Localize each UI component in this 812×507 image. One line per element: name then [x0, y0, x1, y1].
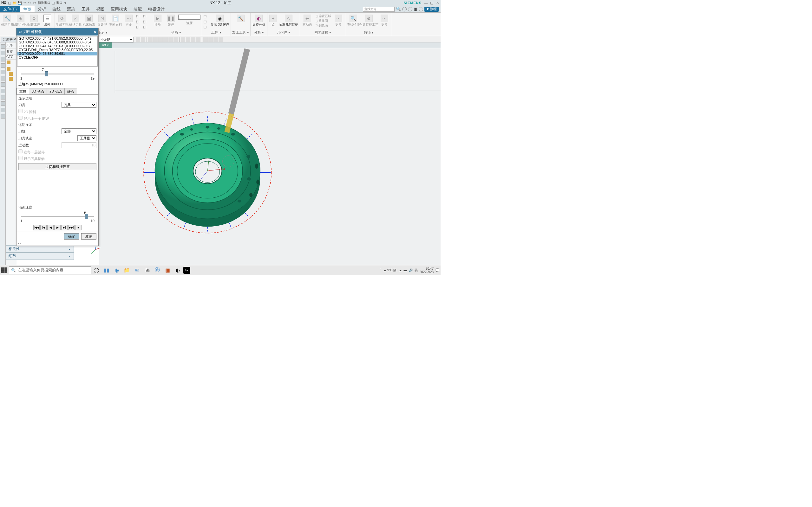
- tree-node-icon-3[interactable]: [9, 72, 13, 76]
- slider2-track[interactable]: [21, 216, 94, 217]
- grid-icon[interactable]: ▦: [414, 7, 417, 11]
- more-circle-icon[interactable]: [419, 7, 423, 11]
- tb2-icon-10[interactable]: [186, 38, 190, 42]
- small-icon-6[interactable]: ⬚: [143, 25, 149, 29]
- trace-select[interactable]: 工具提示: [78, 135, 96, 141]
- verify-toolpath-button[interactable]: ✓确认刀轨: [69, 13, 82, 26]
- properties-button[interactable]: ☰属性: [41, 13, 53, 26]
- play-button[interactable]: ▶播放: [152, 13, 164, 26]
- tray-chevron-up-icon[interactable]: ˄: [380, 268, 381, 272]
- move-face-button[interactable]: ⬌移动面: [301, 13, 313, 26]
- subtab-replay[interactable]: 重播: [16, 88, 29, 95]
- resource-icon-9[interactable]: [1, 95, 5, 100]
- create-operation-button[interactable]: ⚙创建工序: [28, 13, 40, 26]
- weather-widget[interactable]: ☁ 9°C 阴: [383, 268, 397, 273]
- ipw-icon-1[interactable]: ⬚: [203, 14, 209, 19]
- tree-node-icon-2[interactable]: [7, 67, 10, 71]
- taskbar-app-mail[interactable]: ✉: [133, 266, 142, 275]
- tb2-icon-15[interactable]: [213, 38, 218, 42]
- gcode-listbox[interactable]: GOTO/20.000,-34.421,60.952,0.0000000,-0.…: [17, 36, 98, 66]
- more-sync-button[interactable]: ⋯更多: [333, 13, 345, 26]
- tutorial-button[interactable]: ▶教程: [424, 7, 439, 12]
- slider1-track[interactable]: [21, 73, 94, 74]
- forward-end-button[interactable]: ▶▶|: [68, 225, 74, 230]
- generate-toolpath-button[interactable]: ⟳生成刀轨: [56, 13, 68, 26]
- qat-redo-icon[interactable]: ↷: [28, 1, 32, 5]
- tb2-icon-11[interactable]: [191, 38, 195, 42]
- tab-view[interactable]: 视图: [93, 6, 107, 12]
- tb2-icon-13[interactable]: [203, 38, 208, 42]
- resource-icon-6[interactable]: [1, 76, 5, 80]
- gcode-line[interactable]: GOTO/20.000,-37.845,58.888,0.0000000,-0.…: [17, 40, 97, 44]
- dialog-resize-handle[interactable]: ▴▾: [16, 241, 98, 245]
- rewind-start-button[interactable]: |◀◀: [33, 225, 40, 230]
- resource-icon-3[interactable]: [1, 57, 5, 61]
- small-icon-4[interactable]: ⬚: [143, 14, 149, 19]
- tab-tools[interactable]: 工具: [78, 6, 93, 12]
- nav-row-geo[interactable]: GEO: [6, 55, 17, 60]
- taskbar-app-office[interactable]: ▣: [163, 266, 172, 275]
- tb2-icon-9[interactable]: [181, 38, 185, 42]
- search-icon[interactable]: 🔍: [396, 7, 401, 11]
- tb2-icon-4[interactable]: [153, 38, 158, 42]
- tb2-icon-8[interactable]: [173, 38, 178, 42]
- qat-save-icon[interactable]: 💾: [17, 1, 22, 5]
- draft-analysis-button[interactable]: ◐拔模分析: [252, 13, 266, 26]
- accordion-details[interactable]: 细节⌄: [6, 252, 74, 260]
- gcode-line-selected[interactable]: GOTO/20.000,-28.830,39.681: [17, 52, 97, 55]
- dialog-titlebar[interactable]: ⚙ 刀轨可视化 ✕: [16, 28, 98, 36]
- more-display-button[interactable]: ⋯更多: [123, 13, 135, 26]
- assembly-select[interactable]: 个装配: [99, 37, 134, 43]
- small-icon-2[interactable]: ⬚: [136, 20, 142, 24]
- speed-input[interactable]: [178, 14, 200, 20]
- resource-icon-7[interactable]: [1, 82, 5, 87]
- tab-render[interactable]: 渲染: [64, 6, 78, 12]
- extract-geometry-button[interactable]: ◇抽取几何特征: [279, 13, 299, 26]
- tree-node-icon[interactable]: [7, 60, 10, 64]
- tb2-icon-6[interactable]: [163, 38, 168, 42]
- 3d-viewport[interactable]: XM: [99, 48, 441, 265]
- small-icon-5[interactable]: ⬚: [143, 20, 149, 24]
- tab-file[interactable]: 文件(F): [0, 6, 20, 12]
- tb2-icon-14[interactable]: [208, 38, 213, 42]
- tab-analysis[interactable]: 分析: [35, 6, 49, 12]
- tb2-icon-2[interactable]: [141, 38, 145, 42]
- document-tab[interactable]: ort ×: [99, 43, 112, 48]
- tb2-icon-12[interactable]: [196, 38, 200, 42]
- qat-open-icon[interactable]: 📂: [12, 1, 17, 5]
- tab-electrode[interactable]: 电极设计: [145, 6, 168, 12]
- tb2-icon-7[interactable]: [168, 38, 173, 42]
- step-forward-button[interactable]: ▶|: [61, 225, 67, 230]
- resource-icon-2[interactable]: [1, 51, 5, 55]
- ok-button[interactable]: 确定: [64, 233, 79, 239]
- tray-volume-icon[interactable]: 🔊: [409, 268, 413, 272]
- tb2-icon-1[interactable]: [136, 38, 140, 42]
- qat-switch-label[interactable]: 切换窗口: [38, 1, 50, 5]
- stop-button[interactable]: ■: [75, 225, 82, 230]
- tool-select[interactable]: 刀具: [61, 102, 96, 108]
- qat-new-icon[interactable]: ▢: [7, 1, 12, 5]
- ipw-icon-2[interactable]: ⬚: [203, 20, 209, 24]
- delete-face-button[interactable]: ⬚ 删除面: [315, 23, 331, 28]
- command-search-input[interactable]: 查找命令: [363, 7, 395, 12]
- qat-dropdown-icon[interactable]: ▾: [63, 1, 67, 5]
- step-back-button[interactable]: |◀: [40, 225, 47, 230]
- resource-icon-1[interactable]: [1, 44, 5, 49]
- resource-icon-11[interactable]: [1, 108, 5, 112]
- tree-node-icon-4[interactable]: [9, 77, 13, 81]
- taskbar-app-capcut[interactable]: ✂: [183, 267, 190, 274]
- minimize-button[interactable]: —: [424, 1, 428, 5]
- qat-window-label[interactable]: 窗口: [56, 1, 62, 5]
- tab-home[interactable]: 主页: [20, 6, 35, 12]
- ipw-icon-3[interactable]: ⬚: [203, 25, 209, 29]
- machine-sim-button[interactable]: ▣机床仿真: [83, 13, 95, 26]
- taskbar-app-ie[interactable]: ⓔ: [153, 266, 162, 275]
- tab-application[interactable]: 应用模块: [107, 6, 131, 12]
- tb2-icon-3[interactable]: [148, 38, 153, 42]
- resource-icon-10[interactable]: [1, 101, 5, 106]
- cancel-button[interactable]: 取消: [81, 233, 96, 239]
- tab-assembly[interactable]: 装配: [131, 6, 145, 12]
- slider1-thumb[interactable]: [45, 71, 48, 76]
- maximize-button[interactable]: ▢: [430, 1, 434, 5]
- resource-icon-12[interactable]: [1, 114, 5, 118]
